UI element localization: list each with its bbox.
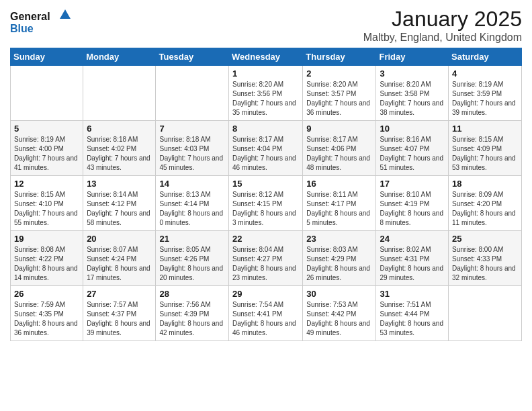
day-info: Sunrise: 8:02 AM Sunset: 4:31 PM Dayligh… — [380, 245, 445, 283]
day-info: Sunrise: 8:14 AM Sunset: 4:12 PM Dayligh… — [87, 190, 152, 228]
col-saturday: Saturday — [449, 48, 522, 66]
calendar-week-4: 19Sunrise: 8:08 AM Sunset: 4:22 PM Dayli… — [11, 231, 522, 286]
calendar-cell: 5Sunrise: 8:19 AM Sunset: 4:00 PM Daylig… — [11, 121, 83, 176]
calendar-cell: 18Sunrise: 8:09 AM Sunset: 4:20 PM Dayli… — [449, 176, 522, 231]
day-info: Sunrise: 8:03 AM Sunset: 4:29 PM Dayligh… — [306, 245, 372, 283]
month-title: January 2025 — [363, 7, 522, 32]
calendar-cell: 30Sunrise: 7:53 AM Sunset: 4:42 PM Dayli… — [303, 286, 376, 341]
calendar-cell — [83, 66, 156, 121]
col-sunday: Sunday — [11, 48, 83, 66]
calendar-cell: 9Sunrise: 8:17 AM Sunset: 4:06 PM Daylig… — [303, 121, 376, 176]
day-number: 8 — [232, 124, 299, 134]
calendar-cell: 26Sunrise: 7:59 AM Sunset: 4:35 PM Dayli… — [11, 286, 83, 341]
day-info: Sunrise: 7:59 AM Sunset: 4:35 PM Dayligh… — [14, 300, 79, 338]
day-number: 15 — [232, 179, 299, 189]
col-wednesday: Wednesday — [229, 48, 303, 66]
calendar-cell: 19Sunrise: 8:08 AM Sunset: 4:22 PM Dayli… — [11, 231, 83, 286]
col-monday: Monday — [83, 48, 156, 66]
logo: General Blue — [10, 7, 71, 37]
calendar-cell: 28Sunrise: 7:56 AM Sunset: 4:39 PM Dayli… — [156, 286, 229, 341]
day-info: Sunrise: 8:15 AM Sunset: 4:10 PM Dayligh… — [14, 190, 79, 228]
day-number: 9 — [306, 124, 372, 134]
day-info: Sunrise: 8:04 AM Sunset: 4:27 PM Dayligh… — [232, 245, 299, 283]
day-number: 13 — [87, 179, 152, 189]
calendar-cell: 13Sunrise: 8:14 AM Sunset: 4:12 PM Dayli… — [83, 176, 156, 231]
day-number: 18 — [452, 179, 518, 189]
calendar-cell: 7Sunrise: 8:18 AM Sunset: 4:03 PM Daylig… — [156, 121, 229, 176]
day-info: Sunrise: 8:19 AM Sunset: 4:00 PM Dayligh… — [14, 135, 79, 173]
day-number: 27 — [87, 289, 152, 299]
calendar-cell: 17Sunrise: 8:10 AM Sunset: 4:19 PM Dayli… — [376, 176, 449, 231]
col-tuesday: Tuesday — [156, 48, 229, 66]
svg-marker-1 — [60, 9, 71, 19]
day-number: 1 — [232, 68, 299, 79]
calendar-week-5: 26Sunrise: 7:59 AM Sunset: 4:35 PM Dayli… — [11, 286, 522, 341]
calendar-week-1: 1Sunrise: 8:20 AM Sunset: 3:56 PM Daylig… — [11, 66, 522, 121]
calendar-cell: 10Sunrise: 8:16 AM Sunset: 4:07 PM Dayli… — [376, 121, 449, 176]
day-info: Sunrise: 8:09 AM Sunset: 4:20 PM Dayligh… — [452, 190, 518, 228]
title-block: January 2025 Maltby, England, United Kin… — [363, 7, 522, 44]
day-number: 20 — [87, 234, 152, 244]
calendar-cell: 15Sunrise: 8:12 AM Sunset: 4:15 PM Dayli… — [229, 176, 303, 231]
calendar-cell: 4Sunrise: 8:19 AM Sunset: 3:59 PM Daylig… — [449, 66, 522, 121]
svg-text:General: General — [10, 11, 50, 22]
day-info: Sunrise: 7:54 AM Sunset: 4:41 PM Dayligh… — [232, 300, 299, 338]
day-info: Sunrise: 8:07 AM Sunset: 4:24 PM Dayligh… — [87, 245, 152, 283]
calendar-cell: 21Sunrise: 8:05 AM Sunset: 4:26 PM Dayli… — [156, 231, 229, 286]
calendar-cell — [11, 66, 83, 121]
day-number: 30 — [306, 289, 372, 299]
day-info: Sunrise: 8:17 AM Sunset: 4:04 PM Dayligh… — [232, 135, 299, 173]
day-info: Sunrise: 8:13 AM Sunset: 4:14 PM Dayligh… — [159, 190, 225, 228]
day-number: 4 — [452, 68, 518, 79]
day-info: Sunrise: 8:15 AM Sunset: 4:09 PM Dayligh… — [452, 135, 518, 173]
day-info: Sunrise: 7:57 AM Sunset: 4:37 PM Dayligh… — [87, 300, 152, 338]
calendar-cell: 12Sunrise: 8:15 AM Sunset: 4:10 PM Dayli… — [11, 176, 83, 231]
day-number: 14 — [159, 179, 225, 189]
day-number: 28 — [159, 289, 225, 299]
logo-svg: General Blue — [10, 7, 71, 37]
day-number: 21 — [159, 234, 225, 244]
calendar-cell — [449, 286, 522, 341]
day-number: 26 — [14, 289, 79, 299]
day-number: 6 — [87, 124, 152, 134]
header: General Blue January 2025 Maltby, Englan… — [10, 7, 522, 44]
day-number: 3 — [380, 68, 445, 79]
day-number: 22 — [232, 234, 299, 244]
svg-text:Blue: Blue — [10, 23, 34, 34]
day-number: 11 — [452, 124, 518, 134]
day-info: Sunrise: 8:20 AM Sunset: 3:56 PM Dayligh… — [232, 80, 299, 118]
day-number: 5 — [14, 124, 79, 134]
day-number: 2 — [306, 68, 372, 79]
calendar-cell: 27Sunrise: 7:57 AM Sunset: 4:37 PM Dayli… — [83, 286, 156, 341]
calendar-cell: 24Sunrise: 8:02 AM Sunset: 4:31 PM Dayli… — [376, 231, 449, 286]
calendar-cell: 16Sunrise: 8:11 AM Sunset: 4:17 PM Dayli… — [303, 176, 376, 231]
day-info: Sunrise: 7:56 AM Sunset: 4:39 PM Dayligh… — [159, 300, 225, 338]
day-info: Sunrise: 8:20 AM Sunset: 3:58 PM Dayligh… — [380, 80, 445, 118]
calendar-cell: 23Sunrise: 8:03 AM Sunset: 4:29 PM Dayli… — [303, 231, 376, 286]
calendar-header-row: Sunday Monday Tuesday Wednesday Thursday… — [11, 48, 522, 66]
calendar-cell: 14Sunrise: 8:13 AM Sunset: 4:14 PM Dayli… — [156, 176, 229, 231]
day-number: 16 — [306, 179, 372, 189]
calendar-cell: 11Sunrise: 8:15 AM Sunset: 4:09 PM Dayli… — [449, 121, 522, 176]
day-info: Sunrise: 8:10 AM Sunset: 4:19 PM Dayligh… — [380, 190, 445, 228]
location: Maltby, England, United Kingdom — [363, 32, 522, 44]
calendar-cell: 3Sunrise: 8:20 AM Sunset: 3:58 PM Daylig… — [376, 66, 449, 121]
calendar-cell: 22Sunrise: 8:04 AM Sunset: 4:27 PM Dayli… — [229, 231, 303, 286]
day-number: 10 — [380, 124, 445, 134]
day-info: Sunrise: 7:53 AM Sunset: 4:42 PM Dayligh… — [306, 300, 372, 338]
day-number: 25 — [452, 234, 518, 244]
calendar-cell: 2Sunrise: 8:20 AM Sunset: 3:57 PM Daylig… — [303, 66, 376, 121]
page-container: General Blue January 2025 Maltby, Englan… — [0, 0, 532, 351]
calendar-cell: 1Sunrise: 8:20 AM Sunset: 3:56 PM Daylig… — [229, 66, 303, 121]
calendar-cell — [156, 66, 229, 121]
day-info: Sunrise: 8:16 AM Sunset: 4:07 PM Dayligh… — [380, 135, 445, 173]
calendar-cell: 31Sunrise: 7:51 AM Sunset: 4:44 PM Dayli… — [376, 286, 449, 341]
day-info: Sunrise: 8:18 AM Sunset: 4:03 PM Dayligh… — [159, 135, 225, 173]
col-thursday: Thursday — [303, 48, 376, 66]
day-number: 23 — [306, 234, 372, 244]
day-number: 17 — [380, 179, 445, 189]
day-info: Sunrise: 8:19 AM Sunset: 3:59 PM Dayligh… — [452, 80, 518, 118]
day-number: 19 — [14, 234, 79, 244]
day-info: Sunrise: 7:51 AM Sunset: 4:44 PM Dayligh… — [380, 300, 445, 338]
day-number: 24 — [380, 234, 445, 244]
